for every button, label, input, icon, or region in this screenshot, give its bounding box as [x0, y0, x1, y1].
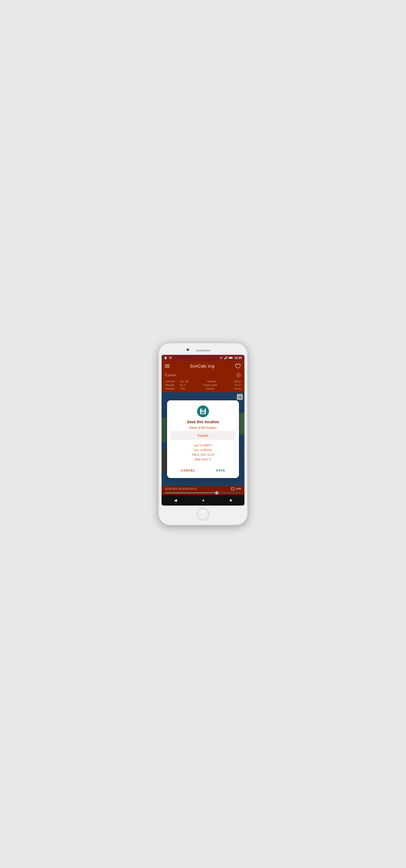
dialog-overlay: Save this location Name of the location:… — [162, 392, 244, 486]
app-title: SunCalc org — [190, 364, 214, 369]
svg-rect-8 — [225, 358, 226, 359]
front-camera — [187, 348, 189, 351]
sunset-label: Sunset — [185, 387, 234, 390]
svg-point-6 — [221, 359, 222, 359]
svg-rect-33 — [202, 409, 203, 410]
dialog-title: Save this location — [167, 419, 239, 426]
back-button[interactable]: ◀ — [171, 497, 180, 503]
dialog-info: Lat: 41.508577 Lon: -5.800781 Feb 5, 202… — [167, 443, 239, 465]
azimuth-value: 221.30° — [180, 380, 189, 383]
map-area[interactable]: ☀ +1 — [162, 392, 244, 486]
svg-point-18 — [237, 373, 240, 377]
zoom-info: Map Zoom: 3 — [170, 457, 236, 462]
wifi-icon — [219, 356, 223, 359]
save-location-dialog: Save this location Name of the location:… — [167, 400, 239, 478]
svg-rect-14 — [232, 358, 233, 358]
sunrise-value: 08:31 — [234, 380, 241, 383]
location-name-input[interactable] — [170, 431, 236, 440]
bottom-bar: 05.02.2021 16:15:00 UTC+1 LIVE — [162, 486, 244, 492]
location-name: España — [165, 373, 176, 377]
data-row-shadow: Shadow 2.45 Sunset 18:44 — [165, 387, 241, 390]
record-icon — [169, 356, 172, 360]
dialog-subtitle: Name of the location: — [167, 426, 239, 431]
phone-top-bar — [162, 347, 244, 355]
slider-thumb[interactable] — [215, 491, 218, 495]
phone-speaker — [196, 350, 210, 351]
save-button[interactable]: SAVE — [212, 467, 229, 474]
sunrise-label: Sunrise — [189, 380, 234, 383]
sunset-value: 18:44 — [234, 387, 241, 390]
status-left — [164, 356, 172, 360]
svg-rect-32 — [201, 408, 205, 411]
gps-icon[interactable] — [236, 373, 241, 378]
home-hardware-button[interactable] — [197, 508, 209, 520]
hamburger-menu-button[interactable] — [165, 365, 170, 368]
status-bar: 12:25 — [162, 355, 244, 361]
floppy-disk-icon — [200, 408, 206, 415]
altitude-label: Altitude — [165, 383, 180, 386]
slider-fill — [165, 492, 217, 493]
home-button[interactable]: ● — [199, 497, 208, 503]
date-info: Feb 5, 2021 12:25 — [170, 453, 236, 457]
altitude-value: 22.1° — [180, 383, 186, 386]
slider-area — [162, 492, 244, 495]
svg-rect-10 — [227, 356, 228, 359]
signal-icon — [224, 356, 228, 359]
data-row-altitude: Altitude 22.1° Peak Level 13:37 — [165, 383, 241, 386]
nav-bar: ◀ ● ■ — [162, 495, 244, 505]
live-area: LIVE — [231, 487, 241, 490]
save-disk-icon — [197, 405, 209, 417]
sd-card-icon — [164, 356, 167, 360]
lat-info: Lat: 41.508577 — [170, 443, 236, 448]
svg-rect-15 — [229, 357, 232, 359]
app-header: SunCalc org + — [162, 361, 244, 371]
dialog-icon-area — [167, 400, 239, 419]
status-time: 12:25 — [234, 356, 242, 360]
shadow-label: Shadow — [165, 387, 180, 390]
live-label: LIVE — [235, 487, 241, 490]
peak-value: 13:37 — [234, 383, 241, 386]
svg-rect-7 — [224, 358, 225, 359]
svg-point-19 — [238, 374, 239, 376]
dialog-buttons: CANCEL SAVE — [167, 465, 239, 476]
svg-point-5 — [170, 357, 171, 358]
status-right: 12:25 — [219, 356, 242, 360]
peak-label: Peak Level — [186, 383, 234, 386]
favorite-button[interactable]: + — [235, 363, 241, 369]
bottom-datetime: 05.02.2021 16:15:00 UTC+1 — [165, 487, 197, 490]
time-slider-track[interactable] — [165, 492, 241, 493]
recent-apps-button[interactable]: ■ — [226, 497, 235, 503]
svg-text:+: + — [239, 366, 240, 369]
svg-rect-3 — [166, 356, 166, 357]
location-bar: España — [162, 371, 244, 379]
phone-screen: 12:25 SunCalc org + España — [162, 355, 244, 505]
lon-info: Lon: -5.800781 — [170, 448, 236, 453]
cancel-button[interactable]: CANCEL — [177, 467, 199, 474]
phone-frame: 12:25 SunCalc org + España — [159, 343, 247, 525]
data-row-azimuth: Azimuth 221.30° Sunrise 08:31 — [165, 380, 241, 383]
battery-icon — [229, 356, 233, 359]
azimuth-label: Azimuth — [165, 380, 180, 383]
shadow-value: 2.45 — [180, 387, 185, 390]
data-rows: Azimuth 221.30° Sunrise 08:31 Altitude 2… — [162, 379, 244, 392]
live-checkbox[interactable] — [231, 487, 234, 490]
svg-point-35 — [202, 412, 203, 413]
